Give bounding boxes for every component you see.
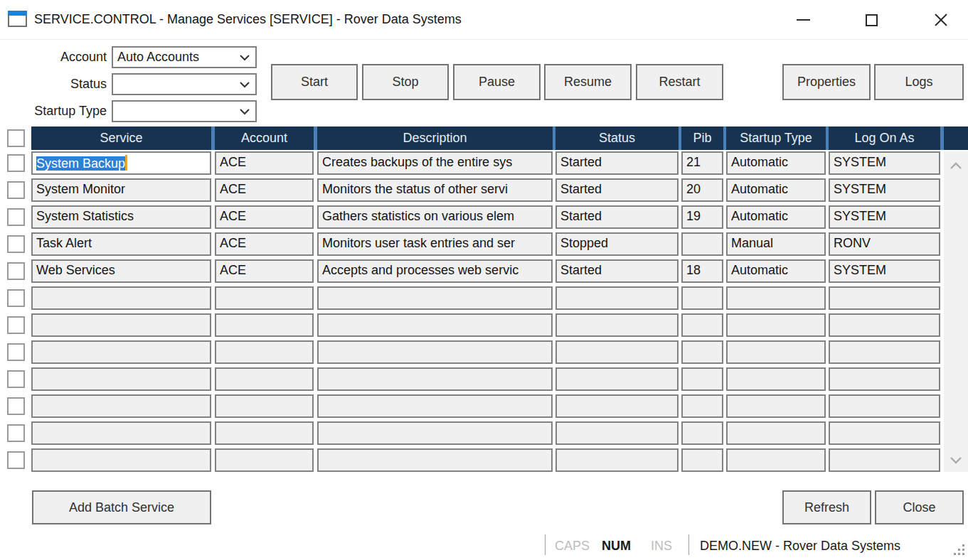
table-cell-log_on_as[interactable]: SYSTEM	[829, 151, 940, 175]
table-cell-pib[interactable]: 18	[681, 259, 723, 283]
table-cell-description[interactable]	[317, 313, 553, 337]
table-cell-service[interactable]	[31, 367, 211, 391]
table-cell-status[interactable]	[555, 394, 679, 418]
row-checkbox[interactable]	[7, 370, 25, 388]
table-cell-startup_type[interactable]: Manual	[726, 232, 826, 256]
table-cell-pib[interactable]: 19	[681, 205, 723, 229]
pause-button[interactable]: Pause	[453, 64, 541, 100]
table-cell-service[interactable]: System Monitor	[31, 178, 211, 202]
column-header-pib[interactable]: Pib	[681, 126, 723, 150]
table-cell-account[interactable]	[215, 286, 314, 310]
refresh-button[interactable]: Refresh	[782, 490, 871, 524]
table-cell-pib[interactable]	[681, 367, 723, 391]
properties-button[interactable]: Properties	[782, 64, 871, 100]
table-cell-startup_type[interactable]: Automatic	[726, 178, 826, 202]
table-cell-log_on_as[interactable]: SYSTEM	[829, 205, 940, 229]
restart-button[interactable]: Restart	[636, 64, 723, 100]
table-cell-log_on_as[interactable]	[829, 421, 940, 445]
table-cell-status[interactable]: Stopped	[555, 232, 679, 256]
table-cell-description[interactable]	[317, 286, 553, 310]
table-cell-pib[interactable]	[681, 394, 723, 418]
column-header-status[interactable]: Status	[555, 126, 679, 150]
row-checkbox[interactable]	[7, 208, 25, 226]
row-checkbox[interactable]	[7, 343, 25, 361]
table-cell-description[interactable]: Gathers statistics on various elem	[317, 205, 553, 229]
startup-type-dropdown[interactable]	[112, 100, 257, 122]
row-checkbox[interactable]	[7, 316, 25, 334]
scroll-down-button[interactable]	[944, 449, 968, 470]
table-cell-description[interactable]	[317, 448, 553, 472]
add-batch-service-button[interactable]: Add Batch Service	[32, 490, 211, 524]
table-cell-description[interactable]	[317, 367, 553, 391]
column-header-account[interactable]: Account	[215, 126, 314, 150]
table-cell-startup_type[interactable]	[726, 286, 826, 310]
table-cell-service[interactable]: System Statistics	[31, 205, 211, 229]
column-header-service[interactable]: Service	[31, 126, 211, 150]
table-cell-log_on_as[interactable]: RONV	[829, 232, 940, 256]
table-cell-account[interactable]	[215, 367, 314, 391]
table-cell-pib[interactable]	[681, 340, 723, 364]
column-header-log_on_as[interactable]: Log On As	[829, 126, 940, 150]
table-cell-startup_type[interactable]: Automatic	[726, 151, 826, 175]
table-cell-account[interactable]: ACE	[215, 259, 314, 283]
table-cell-service[interactable]: Web Services	[31, 259, 211, 283]
table-cell-description[interactable]: Monitors the status of other servi	[317, 178, 553, 202]
table-cell-startup_type[interactable]	[726, 340, 826, 364]
table-cell-status[interactable]: Started	[555, 151, 679, 175]
column-header-startup_type[interactable]: Startup Type	[726, 126, 826, 150]
table-cell-service[interactable]	[31, 286, 211, 310]
minimize-button[interactable]	[782, 4, 824, 36]
table-cell-status[interactable]: Started	[555, 205, 679, 229]
table-cell-service[interactable]	[31, 313, 211, 337]
table-cell-description[interactable]: Monitors user task entries and ser	[317, 232, 553, 256]
table-cell-startup_type[interactable]	[726, 421, 826, 445]
stop-button[interactable]: Stop	[362, 64, 449, 100]
table-cell-pib[interactable]	[681, 232, 723, 256]
resize-grip-icon[interactable]	[953, 544, 966, 556]
table-cell-status[interactable]	[555, 421, 679, 445]
table-cell-pib[interactable]: 21	[681, 151, 723, 175]
table-cell-pib[interactable]: 20	[681, 178, 723, 202]
scroll-up-button[interactable]	[944, 155, 968, 176]
table-cell-startup_type[interactable]: Automatic	[726, 205, 826, 229]
table-cell-account[interactable]: ACE	[215, 232, 314, 256]
table-cell-startup_type[interactable]	[726, 394, 826, 418]
logs-button[interactable]: Logs	[874, 64, 964, 100]
table-cell-log_on_as[interactable]	[829, 394, 940, 418]
table-cell-service[interactable]	[31, 448, 211, 472]
close-dialog-button[interactable]: Close	[875, 490, 964, 524]
table-cell-pib[interactable]	[681, 313, 723, 337]
table-cell-startup_type[interactable]	[726, 313, 826, 337]
row-checkbox[interactable]	[7, 235, 25, 253]
table-cell-log_on_as[interactable]	[829, 367, 940, 391]
table-cell-description[interactable]	[317, 421, 553, 445]
table-cell-status[interactable]	[555, 286, 679, 310]
table-cell-service[interactable]	[31, 340, 211, 364]
close-button[interactable]	[920, 4, 962, 36]
table-cell-account[interactable]	[215, 340, 314, 364]
table-cell-status[interactable]	[555, 340, 679, 364]
table-cell-account[interactable]: ACE	[215, 151, 314, 175]
row-checkbox[interactable]	[7, 397, 25, 415]
table-cell-log_on_as[interactable]: SYSTEM	[829, 259, 940, 283]
table-cell-service[interactable]: Task Alert	[31, 232, 211, 256]
table-cell-account[interactable]	[215, 394, 314, 418]
row-checkbox[interactable]	[7, 424, 25, 442]
select-all-checkbox[interactable]	[7, 129, 25, 147]
table-cell-status[interactable]	[555, 313, 679, 337]
table-cell-description[interactable]: Accepts and processes web servic	[317, 259, 553, 283]
table-cell-account[interactable]: ACE	[215, 178, 314, 202]
table-cell-account[interactable]	[215, 448, 314, 472]
resume-button[interactable]: Resume	[544, 64, 632, 100]
table-cell-status[interactable]: Started	[555, 259, 679, 283]
table-cell-description[interactable]: Creates backups of the entire sys	[317, 151, 553, 175]
table-cell-service[interactable]	[31, 421, 211, 445]
table-cell-log_on_as[interactable]	[829, 286, 940, 310]
table-cell-startup_type[interactable]: Automatic	[726, 259, 826, 283]
table-cell-pib[interactable]	[681, 421, 723, 445]
account-dropdown[interactable]: Auto Accounts	[112, 46, 257, 68]
row-checkbox[interactable]	[7, 181, 25, 199]
row-checkbox[interactable]	[7, 262, 25, 280]
table-cell-service-selected[interactable]: System Backup	[31, 151, 211, 175]
table-cell-account[interactable]	[215, 313, 314, 337]
